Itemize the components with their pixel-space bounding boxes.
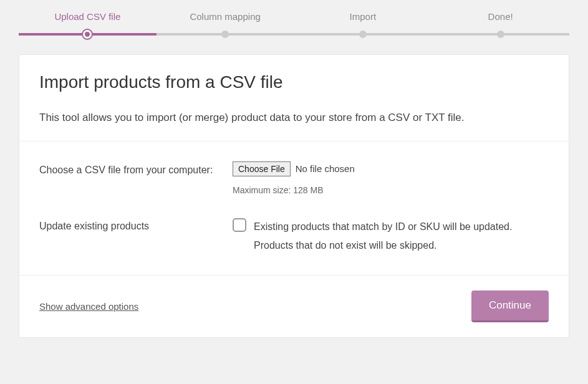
- import-panel: Import products from a CSV file This too…: [19, 54, 569, 338]
- progress-fill: [19, 33, 157, 36]
- step-done: Done!: [431, 11, 569, 33]
- update-field-label: Update existing products: [39, 218, 233, 256]
- progress-stepper: Upload CSV file Column mapping Import Do…: [19, 0, 569, 36]
- file-status-text: No file chosen: [296, 163, 355, 174]
- page-description: This tool allows you to import (or merge…: [39, 110, 549, 126]
- choose-file-button[interactable]: Choose File: [233, 161, 291, 176]
- continue-button[interactable]: Continue: [471, 290, 549, 322]
- step-mapping: Column mapping: [157, 11, 294, 33]
- step-upload: Upload CSV file: [19, 11, 157, 33]
- step-import: Import: [294, 11, 432, 33]
- file-size-hint: Maximum size: 128 MB: [233, 185, 549, 195]
- file-field-label: Choose a CSV file from your computer:: [39, 161, 233, 195]
- page-title: Import products from a CSV file: [39, 72, 549, 92]
- update-existing-description: Existing products that match by ID or SK…: [254, 218, 549, 256]
- show-advanced-link[interactable]: Show advanced options: [39, 301, 138, 312]
- update-existing-checkbox[interactable]: [233, 218, 246, 232]
